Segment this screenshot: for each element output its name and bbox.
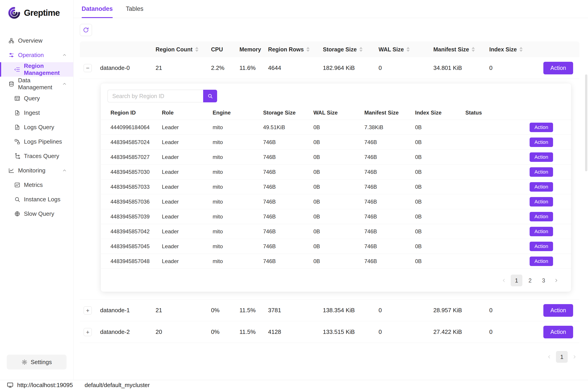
pagination-next-icon[interactable]: [551, 275, 561, 286]
expand-row-button[interactable]: +: [84, 306, 92, 314]
region-id-value: 4483945857036: [110, 199, 162, 205]
sidebar-section-label: Data Management: [18, 77, 58, 91]
greptime-logo-icon: [8, 6, 21, 19]
region-table-row: 4483945857030 Leader mito 746B 0B 746B 0…: [101, 165, 571, 179]
pagination-page-button[interactable]: 1: [511, 275, 522, 286]
region-action-button[interactable]: Action: [530, 182, 553, 192]
sidebar-item-label: Metrics: [24, 182, 43, 189]
region-search-input[interactable]: [107, 90, 203, 102]
sidebar-section-operation[interactable]: Operation: [0, 48, 73, 62]
wal-size-value: 0B: [313, 258, 364, 264]
sidebar-item-slow-query[interactable]: Slow Query: [0, 206, 73, 221]
refresh-button[interactable]: [80, 24, 92, 36]
sidebar-item-logs-pipelines[interactable]: Logs Pipelines: [0, 134, 73, 149]
manifest-size-value: 746B: [364, 199, 415, 205]
column-header-manifest-size[interactable]: Manifest Size: [433, 46, 489, 53]
datanodes-pagination: 1: [80, 351, 580, 363]
region-table-row: 4483945857048 Leader mito 746B 0B 746B 0…: [101, 254, 571, 269]
role-value: Leader: [162, 258, 213, 264]
pagination-page-button[interactable]: 2: [524, 275, 536, 286]
slow-query-icon: [14, 211, 20, 217]
host-url[interactable]: http://localhost:19095: [17, 382, 73, 389]
region-action-button[interactable]: Action: [530, 242, 553, 251]
sidebar-item-overview[interactable]: Overview: [0, 33, 73, 48]
region-action-button[interactable]: Action: [530, 167, 553, 177]
cpu-value: 0%: [211, 329, 240, 336]
chevron-up-icon[interactable]: [62, 52, 67, 57]
sidebar-item-label: Slow Query: [24, 210, 54, 217]
column-header-storage-size[interactable]: Storage Size: [323, 46, 379, 53]
index-size-value: 0: [489, 64, 525, 71]
sidebar-item-region-management[interactable]: Region Management: [0, 62, 73, 77]
column-header-region-rows[interactable]: Region Rows: [268, 46, 323, 53]
wal-size-value: 0B: [313, 243, 364, 249]
collapse-row-button[interactable]: −: [84, 64, 92, 72]
expanded-row-panel: Region ID Role Engine Storage Size WAL S…: [80, 79, 580, 300]
region-rows-value: 3781: [268, 307, 323, 314]
region-id-value: 4483945857024: [110, 139, 162, 146]
search-button[interactable]: [203, 90, 217, 102]
engine-value: mito: [213, 228, 263, 235]
storage-size-value: 138.354 KiB: [323, 307, 379, 314]
sidebar-item-traces-query[interactable]: Traces Query: [0, 149, 73, 163]
cluster-name[interactable]: default/default_mycluster: [85, 382, 150, 389]
tab-tables[interactable]: Tables: [126, 0, 143, 18]
gear-icon: [21, 359, 28, 365]
tab-datanodes[interactable]: Datanodes: [82, 0, 113, 18]
sidebar-section-monitoring[interactable]: Monitoring: [0, 163, 73, 178]
region-action-button[interactable]: Action: [530, 256, 553, 266]
sidebar-item-logs-query[interactable]: Logs Query: [0, 120, 73, 134]
region-id-value: 4483945857045: [110, 243, 162, 249]
sidebar-item-label: Logs Query: [24, 124, 54, 131]
column-header-storage-size: Storage Size: [263, 109, 313, 116]
action-button[interactable]: Action: [543, 304, 573, 317]
sidebar-item-ingest[interactable]: Ingest: [0, 105, 73, 120]
column-header-region-count[interactable]: Region Count: [155, 46, 211, 53]
settings-button[interactable]: Settings: [7, 355, 66, 370]
wal-size-value: 0B: [313, 199, 364, 205]
wal-size-value: 0B: [313, 154, 364, 160]
cpu-value: 0%: [211, 307, 240, 314]
storage-size-value: 49.51KiB: [263, 124, 313, 131]
pagination-page-button[interactable]: 1: [556, 351, 568, 363]
sidebar-item-metrics[interactable]: Metrics: [0, 178, 73, 192]
region-action-button[interactable]: Action: [530, 152, 553, 162]
sidebar-item-instance-logs[interactable]: Instance Logs: [0, 192, 73, 206]
storage-size-value: 133.515 KiB: [323, 329, 379, 336]
region-id-value: 4483945857048: [110, 258, 162, 264]
column-header-wal-size[interactable]: WAL Size: [379, 46, 433, 53]
region-action-button[interactable]: Action: [530, 227, 553, 236]
column-header-engine: Engine: [213, 109, 263, 116]
wal-size-value: 0B: [313, 124, 364, 131]
engine-value: mito: [213, 154, 263, 160]
column-header-cpu[interactable]: CPU: [211, 46, 240, 53]
storage-size-value: 746B: [263, 169, 313, 175]
pagination-page-button[interactable]: 3: [538, 275, 549, 286]
pagination-prev-icon[interactable]: [499, 275, 509, 286]
region-action-button[interactable]: Action: [530, 212, 553, 221]
chevron-up-icon[interactable]: [62, 168, 67, 173]
sidebar-item-label: Ingest: [24, 109, 40, 116]
sidebar-item-label: Traces Query: [24, 153, 59, 160]
pagination-next-icon[interactable]: [570, 351, 580, 363]
action-button[interactable]: Action: [543, 326, 573, 338]
region-action-button[interactable]: Action: [530, 123, 553, 132]
wal-size-value: 0: [379, 64, 433, 71]
chevron-up-icon[interactable]: [62, 81, 67, 86]
column-header-index-size[interactable]: Index Size: [489, 46, 525, 53]
pagination-prev-icon[interactable]: [544, 351, 554, 363]
app-root: Greptime Overview Operation: [0, 0, 588, 380]
region-action-button[interactable]: Action: [530, 138, 553, 147]
scrollbar[interactable]: [585, 74, 587, 171]
index-size-value: 0: [489, 307, 525, 314]
region-action-button[interactable]: Action: [530, 197, 553, 206]
sidebar-item-query[interactable]: Query: [0, 91, 73, 105]
sort-icon: [406, 47, 410, 52]
region-id-value: 4483945857030: [110, 169, 162, 175]
role-value: Leader: [162, 139, 213, 146]
expand-row-button[interactable]: +: [84, 328, 92, 336]
column-header-memory[interactable]: Memory: [240, 46, 268, 53]
sidebar-section-data-management[interactable]: Data Management: [0, 77, 73, 91]
action-button[interactable]: Action: [543, 62, 573, 74]
region-management-icon: [14, 66, 20, 73]
